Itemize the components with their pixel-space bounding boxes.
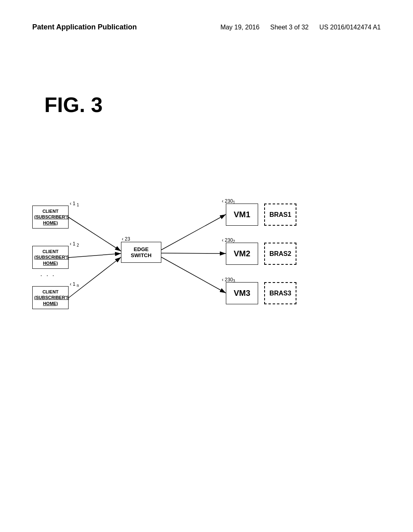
date-label: May 19, 2016 xyxy=(220,24,259,31)
edge-switch-box: EDGE SWITCH xyxy=(121,242,161,263)
figure-title: FIG. 3 xyxy=(44,93,102,117)
vm1-box: VM1 xyxy=(226,204,258,226)
bras2-label: BRAS2 xyxy=(269,250,291,258)
ref-1-n: ‹ 1 n xyxy=(70,281,79,288)
bras1-label: BRAS1 xyxy=(269,211,291,218)
client2-line3: HOME) xyxy=(34,260,67,266)
svg-line-6 xyxy=(161,257,226,293)
client2-line1: CLIENT xyxy=(34,249,67,254)
svg-line-4 xyxy=(161,214,226,250)
client1-line3-span: HOME) xyxy=(43,220,58,225)
sheet-label: Sheet 3 of 32 xyxy=(270,24,309,31)
patent-number-label: US 2016/0142474 A1 xyxy=(319,24,381,31)
header-right-info: May 19, 2016 Sheet 3 of 32 US 2016/01424… xyxy=(220,22,381,33)
diagram-area: CLIENT (SUBSCRIBER'S HOME) ‹ 1 1 CLIENT … xyxy=(32,197,379,371)
bras3-label: BRAS3 xyxy=(269,290,291,297)
publication-label: Patent Application Publication xyxy=(32,22,137,32)
vm3-box: VM3 xyxy=(226,282,258,304)
bras2-box: BRAS2 xyxy=(264,243,296,265)
page: Patent Application Publication May 19, 2… xyxy=(0,0,413,532)
client3-line2: (SUBSCRIBER'S xyxy=(34,295,67,300)
ref-1-2: ‹ 1 2 xyxy=(70,241,79,247)
client3-line1: CLIENT xyxy=(34,289,67,295)
client1-line2: (SUBSCRIBER'S xyxy=(34,214,67,220)
client-box-3: CLIENT (SUBSCRIBER'S HOME) xyxy=(32,286,69,309)
vm1-label: VM1 xyxy=(234,210,250,219)
vm2-box: VM2 xyxy=(226,243,258,265)
bras1-box: BRAS1 xyxy=(264,204,296,226)
client1-line3: HOME) xyxy=(34,220,67,226)
page-header: Patent Application Publication May 19, 2… xyxy=(0,0,413,33)
diagram-svg xyxy=(32,197,379,371)
svg-line-5 xyxy=(161,253,226,254)
svg-line-2 xyxy=(69,254,121,258)
client-box-2: CLIENT (SUBSCRIBER'S HOME) xyxy=(32,246,69,269)
client2-line2: (SUBSCRIBER'S xyxy=(34,254,67,260)
client-box-1: CLIENT (SUBSCRIBER'S HOME) xyxy=(32,206,69,229)
vm2-label: VM2 xyxy=(234,249,250,258)
bras3-box: BRAS3 xyxy=(264,282,296,304)
edge-switch-label: EDGE SWITCH xyxy=(131,246,151,258)
dots-label: · · · xyxy=(40,272,55,279)
svg-line-3 xyxy=(69,257,121,298)
ref-edge-switch: ‹ 23 xyxy=(122,236,130,242)
client1-line1: CLIENT xyxy=(34,208,67,214)
client1-line2-span: (SUBSCRIBER'S xyxy=(34,214,69,219)
vm3-label: VM3 xyxy=(234,289,250,298)
client3-line3: HOME) xyxy=(34,301,67,306)
ref-1-1: ‹ 1 1 xyxy=(70,201,79,207)
